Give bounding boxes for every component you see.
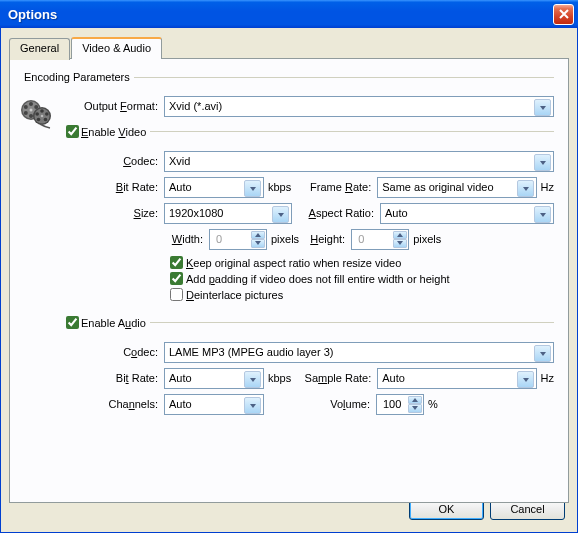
audio-volume-label: Volume: [290, 398, 376, 410]
title-bar: Options [0, 0, 578, 28]
spin-down-icon[interactable] [408, 404, 422, 413]
video-bitrate-select[interactable]: Auto [164, 177, 264, 198]
enable-audio-checkbox[interactable] [66, 316, 79, 329]
video-codec-label: Codec: [66, 155, 164, 167]
audio-channels-select[interactable]: Auto [164, 394, 264, 415]
spin-down-icon[interactable] [393, 239, 407, 248]
enable-video-group: Enable Video Codec: Xvid Bit Rate: Auto … [66, 125, 554, 308]
video-framerate-select[interactable]: Same as original video [377, 177, 536, 198]
keep-aspect-checkbox[interactable] [170, 256, 183, 269]
tab-video-audio[interactable]: Video & Audio [71, 37, 162, 59]
keep-aspect-label: Keep original aspect ratio when resize v… [186, 257, 401, 269]
window-body: General Video & Audio Encoding Parameter… [0, 28, 578, 533]
close-button[interactable] [553, 4, 574, 25]
output-format-label: Output Format: [66, 100, 164, 112]
output-format-select[interactable]: Xvid (*.avi) [164, 96, 554, 117]
video-bitrate-label: Bit Rate: [66, 181, 164, 193]
audio-samplerate-select[interactable]: Auto [377, 368, 536, 389]
spin-up-icon[interactable] [408, 396, 422, 405]
deinterlace-label: Deinterlace pictures [186, 289, 283, 301]
audio-samplerate-unit: Hz [537, 372, 554, 384]
encoding-parameters-label: Encoding Parameters [24, 71, 134, 83]
video-codec-select[interactable]: Xvid [164, 151, 554, 172]
spin-down-icon[interactable] [251, 239, 265, 248]
tab-panel: Encoding Parameters Output Format: Xvid … [9, 58, 569, 503]
video-width-spinner[interactable] [209, 229, 267, 250]
video-width-label: Width: [164, 233, 209, 245]
audio-channels-label: Channels: [66, 398, 164, 410]
enable-video-label: Enable Video [81, 126, 146, 138]
deinterlace-checkbox[interactable] [170, 288, 183, 301]
video-aspect-select[interactable]: Auto [380, 203, 554, 224]
video-height-spinner[interactable] [351, 229, 409, 250]
audio-bitrate-select[interactable]: Auto [164, 368, 264, 389]
add-padding-checkbox[interactable] [170, 272, 183, 285]
video-height-unit: pixels [409, 233, 441, 245]
audio-bitrate-unit: kbps [264, 372, 291, 384]
encoding-parameters-group: Encoding Parameters Output Format: Xvid … [24, 71, 554, 435]
video-size-label: Size: [66, 207, 164, 219]
video-height-label: Height: [299, 233, 351, 245]
close-icon [559, 9, 569, 19]
enable-audio-label: Enable Audio [81, 317, 146, 329]
audio-samplerate-label: Sample Rate: [291, 372, 377, 384]
video-framerate-unit: Hz [537, 181, 554, 193]
window-title: Options [8, 7, 553, 22]
enable-video-checkbox[interactable] [66, 125, 79, 138]
video-bitrate-unit: kbps [264, 181, 291, 193]
video-aspect-label: Aspect Ratio: [292, 207, 380, 219]
video-width-unit: pixels [267, 233, 299, 245]
audio-volume-spinner[interactable] [376, 394, 424, 415]
audio-codec-label: Codec: [66, 346, 164, 358]
video-framerate-label: Frame Rate: [291, 181, 377, 193]
audio-volume-unit: % [424, 398, 438, 410]
spin-up-icon[interactable] [393, 231, 407, 240]
spin-up-icon[interactable] [251, 231, 265, 240]
audio-bitrate-label: Bit Rate: [66, 372, 164, 384]
audio-codec-select[interactable]: LAME MP3 (MPEG audio layer 3) [164, 342, 554, 363]
tab-general[interactable]: General [9, 38, 70, 60]
tab-strip: General Video & Audio [9, 36, 569, 58]
add-padding-label: Add padding if video does not fill entir… [186, 273, 450, 285]
enable-audio-group: Enable Audio Codec: LAME MP3 (MPEG audio… [66, 316, 554, 423]
video-size-select[interactable]: 1920x1080 [164, 203, 292, 224]
